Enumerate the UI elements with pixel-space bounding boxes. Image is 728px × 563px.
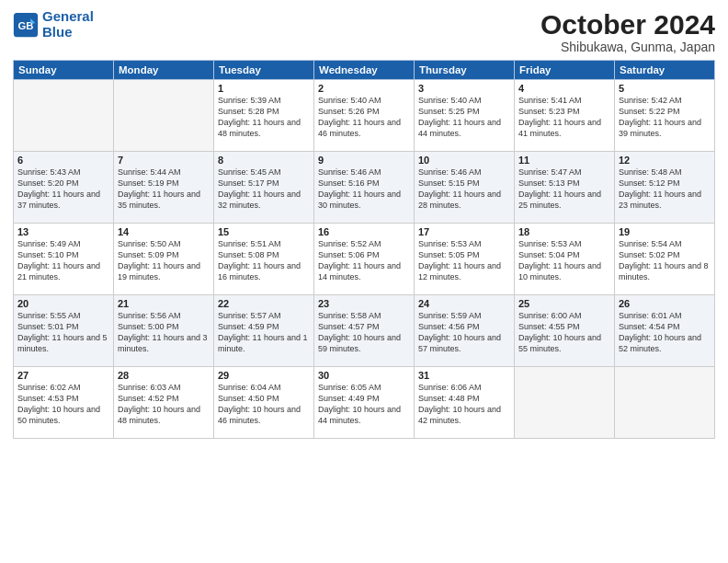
day-info: Sunrise: 5:46 AMSunset: 5:16 PMDaylight:… [318, 167, 401, 210]
table-row: 23Sunrise: 5:58 AMSunset: 4:57 PMDayligh… [314, 295, 415, 367]
day-number: 21 [118, 298, 210, 309]
subtitle: Shibukawa, Gunma, Japan [540, 40, 715, 54]
day-number: 8 [218, 155, 310, 166]
table-row: 14Sunrise: 5:50 AMSunset: 5:09 PMDayligh… [114, 224, 214, 295]
day-number: 9 [318, 155, 410, 166]
day-info: Sunrise: 6:05 AMSunset: 4:49 PMDaylight:… [318, 383, 401, 425]
day-number: 7 [118, 155, 210, 166]
table-row: 8Sunrise: 5:45 AMSunset: 5:17 PMDaylight… [214, 152, 314, 224]
day-number: 11 [518, 155, 610, 166]
day-info: Sunrise: 5:55 AMSunset: 5:01 PMDaylight:… [17, 311, 108, 353]
day-info: Sunrise: 5:58 AMSunset: 4:57 PMDaylight:… [318, 311, 401, 353]
day-info: Sunrise: 6:06 AMSunset: 4:48 PMDaylight:… [418, 383, 501, 425]
table-row: 16Sunrise: 5:52 AMSunset: 5:06 PMDayligh… [314, 224, 415, 295]
table-row: 25Sunrise: 6:00 AMSunset: 4:55 PMDayligh… [515, 295, 615, 367]
day-info: Sunrise: 6:03 AMSunset: 4:52 PMDaylight:… [118, 383, 200, 425]
table-row: 7Sunrise: 5:44 AMSunset: 5:19 PMDaylight… [114, 152, 214, 224]
day-info: Sunrise: 6:00 AMSunset: 4:55 PMDaylight:… [518, 311, 601, 353]
day-number: 22 [218, 298, 310, 309]
day-info: Sunrise: 6:04 AMSunset: 4:50 PMDaylight:… [218, 383, 301, 425]
day-info: Sunrise: 5:46 AMSunset: 5:15 PMDaylight:… [418, 167, 501, 210]
day-info: Sunrise: 5:49 AMSunset: 5:10 PMDaylight:… [17, 239, 100, 282]
table-row: 24Sunrise: 5:59 AMSunset: 4:56 PMDayligh… [415, 295, 515, 367]
table-row: 19Sunrise: 5:54 AMSunset: 5:02 PMDayligh… [615, 224, 715, 295]
day-number: 29 [218, 370, 310, 381]
logo-line2: Blue [42, 24, 73, 40]
day-info: Sunrise: 5:50 AMSunset: 5:09 PMDaylight:… [118, 239, 200, 282]
title-block: October 2024 Shibukawa, Gunma, Japan [540, 9, 715, 54]
day-info: Sunrise: 5:57 AMSunset: 4:59 PMDaylight:… [218, 311, 308, 353]
day-info: Sunrise: 5:40 AMSunset: 5:26 PMDaylight:… [318, 96, 401, 138]
day-number: 24 [418, 298, 510, 309]
day-number: 4 [518, 83, 610, 94]
day-number: 26 [619, 298, 711, 309]
col-sunday: Sunday [14, 61, 114, 80]
day-info: Sunrise: 6:02 AMSunset: 4:53 PMDaylight:… [17, 383, 100, 425]
logo-text: General Blue [42, 9, 94, 40]
logo-line1: General [42, 8, 94, 24]
day-info: Sunrise: 5:56 AMSunset: 5:00 PMDaylight:… [118, 311, 208, 353]
table-row: 1Sunrise: 5:39 AMSunset: 5:28 PMDaylight… [214, 80, 314, 152]
table-row: 26Sunrise: 6:01 AMSunset: 4:54 PMDayligh… [615, 295, 715, 367]
day-number: 5 [619, 83, 711, 94]
day-info: Sunrise: 5:43 AMSunset: 5:20 PMDaylight:… [17, 167, 100, 210]
header: GB General Blue October 2024 Shibukawa, … [13, 9, 715, 54]
table-row: 11Sunrise: 5:47 AMSunset: 5:13 PMDayligh… [515, 152, 615, 224]
table-row: 6Sunrise: 5:43 AMSunset: 5:20 PMDaylight… [14, 152, 114, 224]
day-number: 6 [17, 155, 109, 166]
day-number: 3 [418, 83, 510, 94]
col-monday: Monday [114, 61, 214, 80]
calendar-container: GB General Blue October 2024 Shibukawa, … [0, 0, 728, 563]
table-row: 18Sunrise: 5:53 AMSunset: 5:04 PMDayligh… [515, 224, 615, 295]
day-number: 18 [518, 226, 610, 237]
table-row [615, 367, 715, 439]
day-number: 31 [418, 370, 510, 381]
day-info: Sunrise: 5:39 AMSunset: 5:28 PMDaylight:… [218, 96, 301, 138]
day-number: 15 [218, 226, 310, 237]
col-thursday: Thursday [415, 61, 515, 80]
day-info: Sunrise: 5:47 AMSunset: 5:13 PMDaylight:… [518, 167, 601, 210]
day-info: Sunrise: 5:53 AMSunset: 5:05 PMDaylight:… [418, 239, 501, 282]
table-row: 30Sunrise: 6:05 AMSunset: 4:49 PMDayligh… [314, 367, 415, 439]
day-info: Sunrise: 5:45 AMSunset: 5:17 PMDaylight:… [218, 167, 301, 210]
day-info: Sunrise: 5:54 AMSunset: 5:02 PMDaylight:… [619, 239, 709, 282]
logo-icon: GB [13, 12, 39, 38]
table-row: 28Sunrise: 6:03 AMSunset: 4:52 PMDayligh… [114, 367, 214, 439]
logo: GB General Blue [13, 9, 94, 40]
day-number: 1 [218, 83, 310, 94]
table-row: 9Sunrise: 5:46 AMSunset: 5:16 PMDaylight… [314, 152, 415, 224]
day-number: 28 [118, 370, 210, 381]
table-row: 29Sunrise: 6:04 AMSunset: 4:50 PMDayligh… [214, 367, 314, 439]
day-info: Sunrise: 5:48 AMSunset: 5:12 PMDaylight:… [619, 167, 701, 210]
table-row: 31Sunrise: 6:06 AMSunset: 4:48 PMDayligh… [415, 367, 515, 439]
table-row: 4Sunrise: 5:41 AMSunset: 5:23 PMDaylight… [515, 80, 615, 152]
day-number: 13 [17, 226, 109, 237]
day-number: 14 [118, 226, 210, 237]
col-friday: Friday [515, 61, 615, 80]
table-row: 3Sunrise: 5:40 AMSunset: 5:25 PMDaylight… [415, 80, 515, 152]
day-info: Sunrise: 5:44 AMSunset: 5:19 PMDaylight:… [118, 167, 200, 210]
day-number: 23 [318, 298, 410, 309]
table-row: 15Sunrise: 5:51 AMSunset: 5:08 PMDayligh… [214, 224, 314, 295]
day-number: 10 [418, 155, 510, 166]
day-info: Sunrise: 5:52 AMSunset: 5:06 PMDaylight:… [318, 239, 401, 282]
day-number: 2 [318, 83, 410, 94]
day-info: Sunrise: 5:59 AMSunset: 4:56 PMDaylight:… [418, 311, 501, 353]
table-row: 27Sunrise: 6:02 AMSunset: 4:53 PMDayligh… [14, 367, 114, 439]
table-row: 21Sunrise: 5:56 AMSunset: 5:00 PMDayligh… [114, 295, 214, 367]
day-info: Sunrise: 5:53 AMSunset: 5:04 PMDaylight:… [518, 239, 601, 282]
col-tuesday: Tuesday [214, 61, 314, 80]
col-saturday: Saturday [615, 61, 715, 80]
day-info: Sunrise: 5:41 AMSunset: 5:23 PMDaylight:… [518, 96, 601, 138]
table-row [114, 80, 214, 152]
table-row: 20Sunrise: 5:55 AMSunset: 5:01 PMDayligh… [14, 295, 114, 367]
table-row: 12Sunrise: 5:48 AMSunset: 5:12 PMDayligh… [615, 152, 715, 224]
main-title: October 2024 [540, 9, 715, 40]
day-info: Sunrise: 6:01 AMSunset: 4:54 PMDaylight:… [619, 311, 701, 353]
table-row [14, 80, 114, 152]
day-number: 12 [619, 155, 711, 166]
table-row: 10Sunrise: 5:46 AMSunset: 5:15 PMDayligh… [415, 152, 515, 224]
day-number: 30 [318, 370, 410, 381]
table-row [515, 367, 615, 439]
table-row: 17Sunrise: 5:53 AMSunset: 5:05 PMDayligh… [415, 224, 515, 295]
